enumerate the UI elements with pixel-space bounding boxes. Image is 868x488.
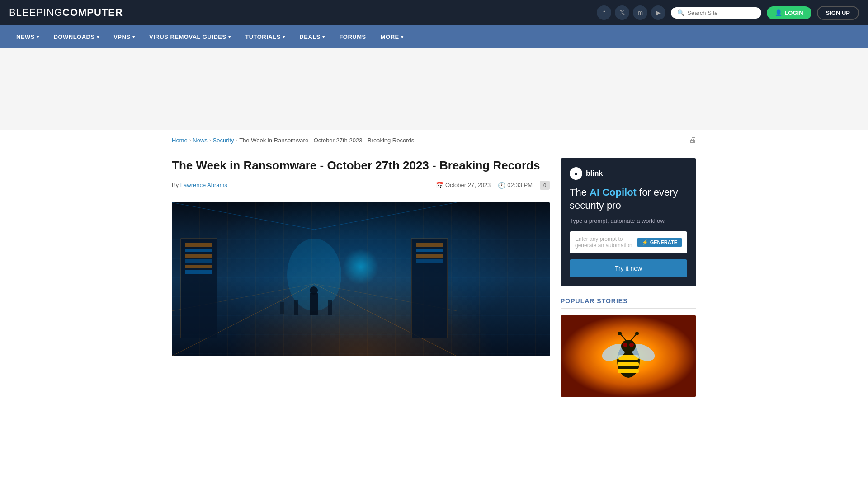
- svg-rect-21: [294, 300, 298, 315]
- chevron-down-icon: ▾: [132, 34, 135, 39]
- breadcrumb-security[interactable]: Security: [213, 137, 234, 144]
- breadcrumb-current: The Week in Ransomware - October 27th 20…: [239, 137, 414, 144]
- blink-brand-icon: ●: [570, 167, 582, 180]
- image-inner: [172, 202, 550, 356]
- svg-rect-8: [185, 249, 212, 252]
- header-right: f 𝕏 m ▶ 🔍 👤 LOGIN SIGN UP: [597, 5, 859, 20]
- blink-logo: ● blink: [570, 167, 687, 180]
- blink-brand-name: blink: [586, 169, 603, 178]
- article-main: The Week in Ransomware - October 27th 20…: [172, 158, 550, 397]
- author-link[interactable]: Lawrence Abrams: [180, 182, 227, 188]
- svg-point-35: [618, 332, 622, 335]
- svg-rect-13: [411, 239, 448, 338]
- datacenter-svg: [172, 202, 457, 356]
- nav-item-vpns[interactable]: VPNS ▾: [106, 25, 142, 48]
- site-logo[interactable]: BLEEPINGCOMPUTER: [9, 7, 123, 19]
- breadcrumb-home[interactable]: Home: [172, 137, 188, 144]
- popular-stories-widget: POPULAR STORIES: [561, 297, 696, 397]
- svg-point-32: [623, 343, 627, 347]
- facebook-icon[interactable]: f: [597, 5, 611, 20]
- signup-button[interactable]: SIGN UP: [817, 6, 859, 20]
- bee-thumbnail: [561, 315, 696, 397]
- svg-line-5: [314, 202, 457, 230]
- search-input[interactable]: [687, 9, 755, 16]
- svg-point-33: [629, 343, 634, 347]
- ad-subtitle: Type a prompt, automate a workflow.: [570, 217, 687, 224]
- article-sidebar: ● blink The AI Copilot for every securit…: [561, 158, 696, 397]
- breadcrumb-sep: ›: [209, 137, 211, 143]
- svg-rect-17: [416, 259, 443, 263]
- article-date: 📅 October 27, 2023: [436, 182, 491, 189]
- nav-item-tutorials[interactable]: TUTORIALS ▾: [238, 25, 292, 48]
- logo-text-bold: COMPUTER: [62, 7, 123, 18]
- svg-rect-16: [416, 254, 443, 258]
- article-meta: By Lawrence Abrams 📅 October 27, 2023 🕐 …: [172, 181, 550, 194]
- chevron-down-icon: ▾: [37, 34, 39, 39]
- content-wrapper: The Week in Ransomware - October 27th 20…: [172, 158, 696, 397]
- breadcrumb-sep: ›: [189, 137, 191, 143]
- meta-right: 📅 October 27, 2023 🕐 02:33 PM 0: [436, 181, 550, 190]
- svg-rect-27: [618, 362, 639, 366]
- article-title: The Week in Ransomware - October 27th 20…: [172, 158, 550, 174]
- svg-line-4: [172, 202, 314, 230]
- nav-item-news[interactable]: NEWS ▾: [9, 25, 47, 48]
- chevron-down-icon: ▾: [401, 34, 404, 39]
- twitter-icon[interactable]: 𝕏: [615, 5, 629, 20]
- popular-stories-title: POPULAR STORIES: [561, 297, 696, 309]
- nav-item-virus-removal[interactable]: VIRUS REMOVAL GUIDES ▾: [142, 25, 238, 48]
- user-icon: 👤: [775, 9, 782, 16]
- logo-text-light: BLEEPING: [9, 7, 62, 18]
- svg-rect-28: [618, 369, 639, 373]
- chevron-down-icon: ▾: [283, 34, 285, 39]
- article-author: By Lawrence Abrams: [172, 182, 227, 188]
- svg-point-31: [621, 340, 636, 352]
- svg-point-20: [310, 286, 318, 295]
- breadcrumb-news[interactable]: News: [193, 137, 208, 144]
- popular-story-image[interactable]: [561, 315, 696, 397]
- article-time: 🕐 02:33 PM: [498, 182, 533, 189]
- breadcrumb: Home › News › Security › The Week in Ran…: [172, 130, 696, 149]
- svg-point-37: [635, 332, 639, 335]
- svg-rect-14: [416, 243, 443, 247]
- svg-rect-10: [185, 259, 212, 263]
- chevron-down-icon: ▾: [228, 34, 231, 39]
- ad-cta-button[interactable]: Try it now: [570, 259, 687, 277]
- print-icon[interactable]: 🖨: [689, 136, 696, 144]
- chevron-down-icon: ▾: [97, 34, 99, 39]
- bee-svg: [561, 315, 696, 397]
- comment-bubble-icon: 0: [540, 181, 550, 190]
- lightning-icon: ⚡: [642, 239, 648, 245]
- ad-highlight-text: AI Copilot: [590, 187, 637, 198]
- login-button[interactable]: 👤 LOGIN: [767, 6, 811, 19]
- comment-count: 0: [540, 181, 550, 190]
- svg-rect-23: [280, 302, 284, 314]
- ad-prompt-input-mock[interactable]: Enter any prompt to generate an automati…: [570, 231, 687, 253]
- svg-rect-6: [181, 239, 217, 338]
- main-nav: NEWS ▾ DOWNLOADS ▾ VPNS ▾ VIRUS REMOVAL …: [0, 25, 868, 48]
- main-container: Home › News › Security › The Week in Ran…: [163, 130, 705, 397]
- svg-rect-22: [328, 300, 332, 315]
- chevron-down-icon: ▾: [322, 34, 325, 39]
- clock-icon: 🕐: [498, 182, 505, 189]
- site-header: BLEEPINGCOMPUTER f 𝕏 m ▶ 🔍 👤 LOGIN SIGN …: [0, 0, 868, 25]
- mastodon-icon[interactable]: m: [633, 5, 647, 20]
- search-bar: 🔍: [671, 7, 761, 19]
- blink-ad-widget: ● blink The AI Copilot for every securit…: [561, 158, 696, 286]
- svg-rect-9: [185, 254, 212, 258]
- nav-item-deals[interactable]: DEALS ▾: [292, 25, 332, 48]
- svg-rect-11: [185, 265, 212, 268]
- breadcrumb-sep: ›: [236, 137, 238, 143]
- ad-input-placeholder: Enter any prompt to generate an automati…: [575, 236, 637, 249]
- ad-banner: [0, 48, 868, 130]
- ad-generate-button[interactable]: ⚡ GENERATE: [637, 238, 682, 247]
- svg-rect-7: [185, 243, 212, 247]
- nav-item-more[interactable]: MORE ▾: [373, 25, 411, 48]
- social-icons: f 𝕏 m ▶: [597, 5, 665, 20]
- nav-item-forums[interactable]: FORUMS: [332, 25, 373, 48]
- article-hero-image: [172, 202, 550, 356]
- youtube-icon[interactable]: ▶: [651, 5, 665, 20]
- svg-rect-12: [185, 270, 212, 274]
- calendar-icon: 📅: [436, 182, 443, 189]
- nav-item-downloads[interactable]: DOWNLOADS ▾: [47, 25, 107, 48]
- ad-headline: The AI Copilot for every security pro: [570, 186, 687, 212]
